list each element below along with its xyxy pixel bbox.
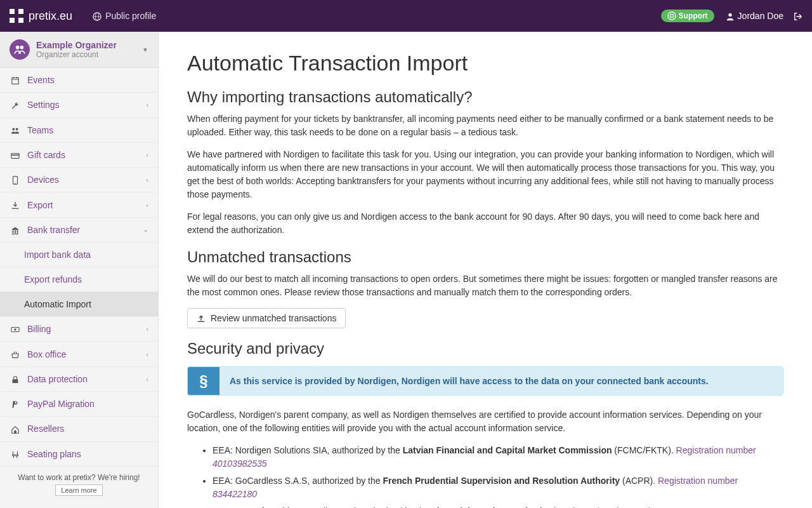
- sidebar-item-label: Import bank data: [24, 250, 148, 260]
- chevron-left-icon: ‹: [146, 351, 148, 358]
- main-content: Automatic Transaction Import Why importi…: [159, 32, 812, 508]
- sidebar-item-banktransfer[interactable]: Bank transfer ⌄: [0, 218, 158, 243]
- svg-point-13: [16, 128, 18, 130]
- svg-point-4: [670, 15, 673, 18]
- wrench-icon: [10, 100, 21, 110]
- entities-list: EEA: Nordigen Solutions SIA, authorized …: [187, 444, 783, 508]
- svg-point-12: [12, 128, 15, 130]
- sidebar-item-label: Export refunds: [24, 274, 148, 284]
- sidebar-item-label: Teams: [27, 125, 148, 135]
- chevron-left-icon: ‹: [146, 375, 148, 383]
- list-item: UK & Rest of World: GoCardless Ltd, auth…: [213, 505, 783, 508]
- brand-logo-icon: [10, 9, 23, 23]
- brand-text: pretix.eu: [29, 10, 72, 23]
- lifebuoy-icon: [667, 11, 676, 21]
- user-icon: [726, 11, 735, 21]
- users-icon: [10, 125, 21, 135]
- sidebar-subitem-automatic-import[interactable]: Automatic Import: [0, 292, 158, 317]
- info-alert: § As this service is provided by Nordige…: [187, 366, 783, 396]
- review-unmatched-button[interactable]: Review unmatched transactions: [187, 308, 346, 328]
- caret-down-icon: ▼: [142, 46, 148, 53]
- svg-point-17: [15, 183, 15, 184]
- chevron-down-icon: ⌄: [143, 225, 148, 234]
- logout-button[interactable]: [794, 11, 802, 21]
- sidebar-item-seating[interactable]: Seating plans: [0, 442, 158, 467]
- sidebar-item-label: Data protection: [27, 374, 146, 384]
- sidebar-item-label: Events: [27, 75, 148, 85]
- upload-icon: [197, 313, 206, 323]
- logout-icon: [794, 11, 802, 21]
- sidebar-item-label: Seating plans: [27, 449, 148, 459]
- sidebar-item-label: Export: [27, 200, 146, 210]
- basket-icon: [10, 349, 21, 359]
- sidebar-item-label: Gift cards: [27, 150, 146, 160]
- paragraph: GoCardless, Nordigen's parent company, a…: [187, 408, 783, 435]
- globe-icon: [93, 11, 102, 21]
- svg-point-7: [20, 46, 24, 50]
- top-navbar: pretix.eu Public profile Support Jordan …: [0, 0, 812, 32]
- alert-text: As this service is provided by Nordigen,…: [219, 367, 719, 395]
- sidebar-subitem-export-refunds[interactable]: Export refunds: [0, 267, 158, 292]
- section-sign-icon: §: [188, 367, 219, 395]
- sidebar-item-events[interactable]: Events: [0, 68, 158, 93]
- sidebar-subitem-import-bank-data[interactable]: Import bank data: [0, 243, 158, 267]
- sidebar-item-dataprotection[interactable]: Data protection ‹: [0, 367, 158, 392]
- sidebar-item-billing[interactable]: Billing ‹: [0, 317, 158, 342]
- svg-point-6: [16, 46, 20, 50]
- paragraph: We have partnered with Nordigen to facil…: [187, 148, 783, 201]
- chevron-left-icon: ‹: [146, 201, 148, 209]
- organizer-subtitle: Organizer account: [36, 50, 142, 59]
- sidebar-item-label: Bank transfer: [27, 225, 143, 235]
- public-profile-link[interactable]: Public profile: [85, 0, 164, 32]
- svg-point-5: [728, 13, 731, 17]
- user-menu[interactable]: Jordan Doe: [726, 11, 783, 21]
- sidebar-item-export[interactable]: Export ‹: [0, 192, 158, 217]
- sidebar-item-settings[interactable]: Settings ‹: [0, 93, 158, 117]
- lock-icon: [10, 374, 21, 384]
- home-icon: [10, 424, 21, 434]
- sidebar-item-paypal[interactable]: PayPal Migration: [0, 392, 158, 417]
- paypal-icon: [10, 399, 21, 409]
- sidebar: Example Organizer Organizer account ▼ Ev…: [0, 32, 159, 508]
- heading-unmatched: Unmatched transactions: [187, 248, 783, 266]
- bank-icon: [10, 225, 21, 235]
- sidebar-item-label: Billing: [27, 324, 146, 334]
- organizer-avatar-icon: [10, 39, 30, 60]
- learn-more-button[interactable]: Learn more: [55, 485, 102, 496]
- sidebar-item-resellers[interactable]: Resellers: [0, 417, 158, 441]
- hiring-text: Want to work at pretix? We're hiring!: [6, 473, 152, 482]
- support-button[interactable]: Support: [661, 10, 714, 23]
- creditcard-icon: [10, 150, 21, 160]
- sidebar-item-label: Automatic Import: [24, 299, 148, 309]
- sidebar-item-giftcards[interactable]: Gift cards ‹: [0, 143, 158, 168]
- svg-rect-15: [11, 154, 19, 156]
- sidebar-item-boxoffice[interactable]: Box office ‹: [0, 342, 158, 366]
- sidebar-footer: Want to work at pretix? We're hiring! Le…: [0, 467, 158, 496]
- sidebar-item-label: Resellers: [27, 424, 148, 434]
- public-profile-label: Public profile: [105, 11, 156, 21]
- sidebar-item-devices[interactable]: Devices ‹: [0, 168, 158, 192]
- list-item: EEA: GoCardless S.A.S, authorized by the…: [213, 474, 783, 501]
- heading-security: Security and privacy: [187, 340, 783, 358]
- calendar-icon: [10, 75, 21, 85]
- sidebar-item-label: PayPal Migration: [27, 399, 148, 409]
- svg-rect-14: [11, 154, 19, 159]
- svg-point-19: [14, 329, 16, 331]
- button-label: Review unmatched transactions: [211, 313, 336, 323]
- svg-rect-20: [13, 379, 18, 383]
- brand[interactable]: pretix.eu: [10, 9, 72, 23]
- user-name: Jordan Doe: [738, 11, 783, 21]
- chair-icon: [10, 449, 21, 459]
- paragraph: When offering payment for your tickets b…: [187, 112, 783, 139]
- svg-rect-8: [12, 78, 19, 84]
- chevron-left-icon: ‹: [146, 325, 148, 333]
- chevron-left-icon: ‹: [146, 176, 148, 184]
- tablet-icon: [10, 175, 21, 185]
- heading-why: Why importing transactions automatically…: [187, 88, 783, 106]
- chevron-left-icon: ‹: [146, 101, 148, 109]
- download-icon: [10, 199, 21, 210]
- organizer-switcher[interactable]: Example Organizer Organizer account ▼: [0, 32, 158, 68]
- paragraph: We will do our best to match all incomin…: [187, 272, 783, 299]
- sidebar-item-teams[interactable]: Teams: [0, 118, 158, 143]
- support-label: Support: [679, 11, 708, 20]
